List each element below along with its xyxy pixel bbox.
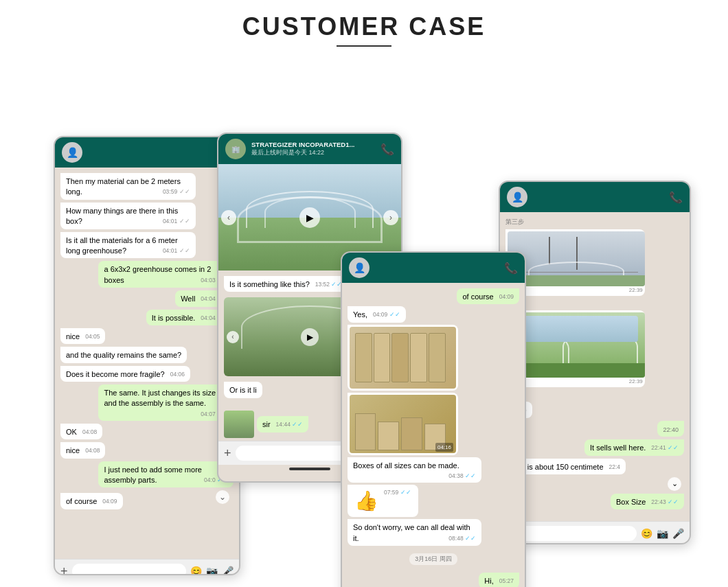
bubble: 22:39 <box>505 229 645 296</box>
msg-time: 04:06 <box>170 371 185 379</box>
msg-row: 22:40 <box>505 421 684 437</box>
step-label-5: 第五步 <box>505 299 684 308</box>
msg-row: It sells well here. 22:41 <box>505 439 684 455</box>
msg-time: 22:43 <box>651 498 679 507</box>
msg-row: How many things are there in this box? 0… <box>60 203 234 229</box>
msg-row: Box Size 22:43 <box>505 494 684 509</box>
bubble: 22:39 <box>505 310 645 387</box>
chat-window-3: 👤 📞 of course 04:09 Yes, 04:09 <box>341 251 526 587</box>
step-label-3: 第三步 <box>505 218 684 227</box>
msg-row: 👍 07:59 <box>348 485 519 517</box>
msg-time: 04:08 <box>85 447 100 455</box>
bubble: of course 04:09 <box>457 288 519 304</box>
msg-row: Boxes of all sizes can be made. 04:38 <box>348 457 519 483</box>
mic-icon-4[interactable]: 🎤 <box>672 528 684 539</box>
msg-row: Does it become more fragile? 04:06 <box>60 366 234 382</box>
avatar-1: 👤 <box>62 142 82 163</box>
contact-sub-2: 最后上线时间是今天 14:22 <box>251 148 375 157</box>
bubble: and the quality remains the same? <box>60 347 187 362</box>
plus-icon-2[interactable]: + <box>224 446 231 461</box>
header-info-2: STRATEGIZER INCOPARATED1... 最后上线时间是今天 14… <box>251 141 375 157</box>
emoji-icon[interactable]: 😊 <box>190 566 202 575</box>
bubble: Does it become more fragile? 04:06 <box>60 366 190 382</box>
page-title: CUSTOMER CASE <box>0 0 728 54</box>
prev-arrow-2[interactable]: ‹ <box>227 331 239 343</box>
msg-row: a 6x3x2 greenhouse comes in 2 boxes 04:0… <box>60 261 234 288</box>
bubble: How many things are there in this box? 0… <box>60 203 196 229</box>
chat-input-4[interactable] <box>517 526 637 541</box>
msg-row: 22:39 <box>505 229 684 296</box>
time-40b: 22:40 <box>663 426 679 433</box>
chat-body-3: of course 04:09 Yes, 04:09 <box>342 283 525 587</box>
chat-window-1: 👤 📞 Then my material can be 2 meters lon… <box>54 136 240 575</box>
msg-time: 22:4 <box>609 463 621 472</box>
chat-footer-4: + 😊 📷 🎤 <box>500 521 690 544</box>
msg-row: of course 04:09 <box>348 288 519 304</box>
msg-time: 03:59 <box>163 188 190 196</box>
emoji-icon-4[interactable]: 😊 <box>641 528 652 539</box>
msg-time: 05:27 <box>499 577 514 586</box>
prev-arrow[interactable]: ‹ <box>221 210 236 225</box>
camera-icon[interactable]: 📷 <box>206 566 218 575</box>
msg-time: 04:01 <box>163 218 190 226</box>
bubble: Box Size 22:43 <box>611 494 684 509</box>
msg-row: Is it all the materials for a 6 meter lo… <box>60 232 234 259</box>
msg-row: So don't worry, we can all deal with it.… <box>348 519 519 546</box>
msg-time: 04:09 <box>499 293 514 301</box>
avatar-3: 👤 <box>349 257 369 278</box>
scroll-down-button-4[interactable]: ⌄ <box>668 477 681 491</box>
bubble: of course 04:09 <box>60 493 123 509</box>
plus-icon[interactable]: + <box>60 564 68 576</box>
msg-time: 14:44 <box>276 421 304 429</box>
camera-icon-4[interactable]: 📷 <box>657 528 668 539</box>
msg-time: 04:08 <box>82 428 97 437</box>
chat-window-4: 👤 📞 第三步 22:39 <box>499 181 691 544</box>
step-label-6: 第六步 <box>505 390 684 399</box>
msg-time: 04:38 <box>448 472 476 481</box>
next-arrow[interactable]: › <box>383 210 398 225</box>
chat-footer-1: + 😊 📷 🎤 <box>55 559 239 575</box>
bubble: Is it something like this? 13:52 <box>224 276 348 292</box>
date-divider: 3月16日 周四 <box>409 553 457 565</box>
avatar-4: 👤 <box>507 187 527 207</box>
msg-row: This is about 150 centimete 22:4 <box>505 459 684 474</box>
call-icon-4[interactable]: 📞 <box>669 191 683 204</box>
bubble: a 6x3x2 greenhouse comes in 2 boxes 04:0… <box>98 261 234 288</box>
msg-time: 13:52 <box>315 281 343 289</box>
bubble: Is it all the materials for a 6 meter lo… <box>60 232 196 259</box>
bubble: So don't worry, we can all deal with it.… <box>348 519 481 546</box>
bubble: nice 04:05 <box>60 328 105 344</box>
avatar-2: 🏢 <box>225 139 246 159</box>
msg-row: Yes, 04:09 <box>348 306 519 322</box>
bubble: Yes, 04:09 <box>348 306 406 322</box>
msg-time: 22:41 <box>651 444 679 452</box>
mic-icon[interactable]: 🎤 <box>222 566 234 575</box>
msg-row: 04:16 <box>348 393 519 455</box>
msg-row: nice 04:08 <box>60 442 234 458</box>
bubble: 👍 07:59 <box>348 485 418 517</box>
msg-time: 04:05 <box>85 333 100 341</box>
chat-header-1: 👤 📞 <box>55 137 239 168</box>
bubble: It sells well here. 22:41 <box>584 439 684 455</box>
bubble: nice 04:08 <box>60 442 105 458</box>
call-icon-3[interactable]: 📞 <box>504 262 518 275</box>
chat-header-2: 🏢 STRATEGIZER INCOPARATED1... 最后上线时间是今天 … <box>218 134 401 164</box>
bubble <box>348 325 458 391</box>
msg-time: 08:48 <box>448 535 476 543</box>
msg-time: 04:01 <box>163 247 190 255</box>
bubble: sir 14:44 <box>257 416 308 432</box>
bubble: Boxes of all sizes can be made. 04:38 <box>348 457 481 483</box>
bubble: 04:16 <box>348 393 458 455</box>
chat-input-2[interactable] <box>236 446 348 461</box>
call-icon-2[interactable]: 📞 <box>380 143 394 156</box>
msg-time: 07:59 <box>384 489 411 497</box>
chat-input-1[interactable] <box>72 564 186 575</box>
msg-row <box>348 325 519 391</box>
msg-row: It is possible. 04:04 <box>60 310 234 325</box>
bubble: Hi, 05:27 <box>479 573 519 587</box>
msg-row: Then my material can be 2 meters long. 0… <box>60 173 234 200</box>
boxes-time: 04:16 <box>435 443 453 452</box>
msg-time: 04:09 <box>102 498 117 506</box>
msg-row: The same. It just changes its size and t… <box>60 384 234 421</box>
msg-time: 04:09 <box>373 311 400 319</box>
